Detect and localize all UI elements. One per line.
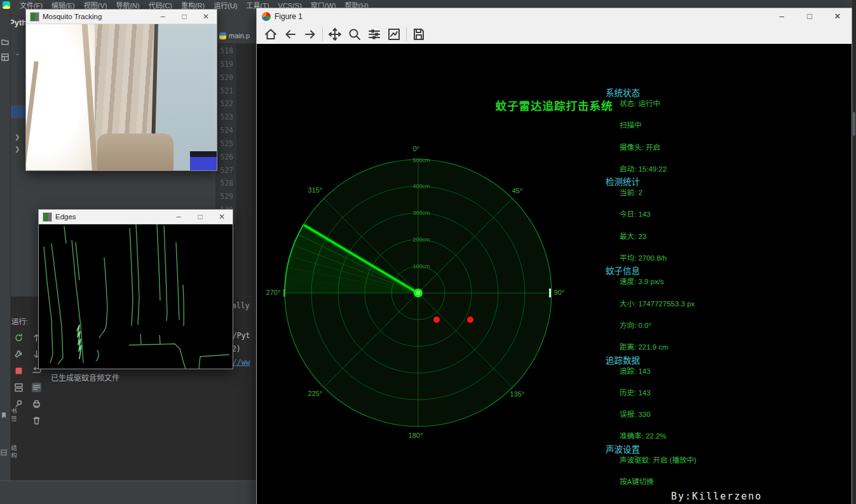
maximize-button[interactable]: □	[796, 9, 824, 24]
info-row: 声波驱蚊: 开启 (播放中)	[606, 456, 847, 477]
range-label-100: 100cm	[412, 263, 430, 269]
line-number[interactable]: 529	[215, 190, 236, 203]
info-row: 今日: 143	[606, 210, 847, 231]
detection-dot	[433, 317, 440, 323]
line-number[interactable]: 527	[215, 164, 236, 177]
edges-window[interactable]: Edges – □ ✕	[38, 209, 233, 369]
project-tool-icon[interactable]	[1, 37, 9, 44]
mosquito-titlebar[interactable]: Mosquito Tracking – □ ✕	[26, 10, 217, 24]
forward-button[interactable]	[302, 27, 318, 42]
save-button[interactable]	[411, 27, 426, 42]
range-label-300: 300cm	[412, 210, 430, 216]
info-panel: 系统状态状态: 运行中扫描中摄像头: 开启启动: 15:49:22检测统计当前:…	[606, 97, 847, 499]
author-byline: By:Killerzeno	[671, 491, 762, 502]
python-file-icon	[219, 32, 226, 39]
home-button[interactable]	[263, 27, 278, 42]
line-number[interactable]: 528	[215, 177, 236, 190]
toolwindow-stripe	[0, 10, 11, 504]
sidebar-tab-structure[interactable]: 结构	[1, 445, 18, 460]
info-row: 大小: 1747727553.3 px	[606, 299, 847, 321]
line-number[interactable]: 518	[215, 44, 236, 58]
editor-tabbar: main.p	[215, 28, 256, 44]
window-title: Edges	[55, 213, 168, 221]
zoom-button[interactable]	[347, 27, 362, 42]
editor-tab-main-py[interactable]: main.p	[229, 32, 250, 39]
close-button[interactable]: ✕	[195, 10, 217, 23]
figure-canvas[interactable]: 蚊子雷达追踪打击系统	[257, 44, 852, 504]
settings-wrench-icon[interactable]	[14, 350, 24, 359]
range-label-200: 200cm	[412, 236, 430, 243]
console-settings-icon[interactable]	[32, 383, 41, 392]
maximize-button[interactable]: □	[173, 10, 195, 23]
editor-scrollbar-thumb[interactable]	[853, 112, 855, 136]
angle-label-180: 180°	[409, 432, 423, 439]
info-row: 状态: 运行中	[606, 99, 847, 121]
mosquito-tracking-window[interactable]: Mosquito Tracking – □ ✕	[25, 9, 217, 171]
axes-config-button[interactable]	[386, 27, 402, 42]
info-row: 系统状态	[606, 88, 847, 99]
axis-tick-right	[549, 289, 551, 297]
back-button[interactable]	[283, 27, 298, 42]
run-toolbar-left	[13, 333, 24, 409]
bookmark-icon	[1, 412, 7, 419]
line-number[interactable]: 524	[215, 124, 236, 137]
blue-object	[190, 151, 217, 170]
pan-button[interactable]	[327, 27, 343, 42]
edges-canvas	[39, 224, 233, 369]
editor-scrollbar-track	[852, 0, 856, 504]
line-number[interactable]: 520	[215, 71, 236, 85]
line-number[interactable]: 519	[215, 58, 236, 71]
window-title: Figure 1	[275, 12, 768, 21]
line-number[interactable]: 522	[215, 97, 236, 111]
print-icon[interactable]	[32, 399, 41, 409]
maximize-button[interactable]: □	[189, 210, 211, 223]
line-number[interactable]: 523	[215, 111, 236, 124]
layout-icon[interactable]	[14, 383, 24, 392]
info-row: 最大: 23	[606, 232, 847, 254]
stop-icon[interactable]	[14, 366, 24, 376]
angle-label-0: 0°	[413, 145, 420, 153]
line-number[interactable]: 526	[215, 151, 236, 164]
sidebar-tab-bookmarks[interactable]: 书签	[1, 408, 18, 423]
rerun-icon[interactable]	[14, 333, 24, 343]
info-row: 误报: 330	[606, 410, 847, 432]
pycharm-logo-icon	[3, 1, 10, 9]
structure-tool-icon[interactable]	[1, 52, 9, 60]
chair	[97, 133, 173, 170]
info-row: 检测统计	[606, 177, 847, 188]
tree-chevron-icon[interactable]: ❯	[15, 146, 20, 153]
figure-window[interactable]: Figure 1 – □ ✕ 蚊子雷达追踪打击系统	[256, 8, 852, 504]
info-row: 方向: 0.0°	[606, 321, 847, 343]
camera-scene	[26, 24, 217, 170]
camera-feed	[26, 24, 217, 170]
structure-icon	[1, 449, 7, 456]
opencv-window-icon	[30, 12, 39, 22]
run-panel-label: 运行:	[11, 316, 28, 326]
info-row: 摄像头: 开启	[606, 143, 847, 165]
axis-tick-left	[283, 289, 285, 297]
angle-label-135: 135°	[510, 390, 525, 398]
edge-detection-image	[39, 224, 231, 369]
close-button[interactable]: ✕	[824, 9, 852, 24]
minimize-button[interactable]: –	[768, 9, 796, 24]
figure-titlebar[interactable]: Figure 1 – □ ✕	[257, 8, 852, 25]
angle-label-225: 225°	[308, 390, 323, 397]
line-number[interactable]: 521	[215, 85, 236, 98]
structure-label: 结构	[9, 445, 18, 460]
tree-chevron-icon[interactable]: ❯	[15, 133, 20, 140]
minimize-button[interactable]: –	[152, 10, 173, 23]
trash-icon[interactable]	[32, 416, 41, 425]
line-number[interactable]: 525	[215, 137, 236, 151]
toolbar-separator	[406, 27, 407, 41]
angle-label-315: 315°	[308, 186, 323, 194]
subplots-button[interactable]	[367, 27, 382, 42]
minimize-button[interactable]: –	[168, 210, 189, 223]
edges-titlebar[interactable]: Edges – □ ✕	[39, 210, 233, 224]
tree-chevron-icon[interactable]: ⌄	[15, 50, 20, 57]
desktop: 文件(F)编辑(E)视图(V)导航(N)代码(C)重构(R)运行(U)工具(T)…	[0, 0, 856, 504]
info-row: 追踪: 143	[606, 367, 847, 388]
bookmarks-label: 书签	[9, 408, 18, 423]
pin-icon[interactable]	[14, 399, 24, 409]
close-button[interactable]: ✕	[211, 210, 233, 223]
range-label-500: 500cm	[412, 157, 430, 163]
